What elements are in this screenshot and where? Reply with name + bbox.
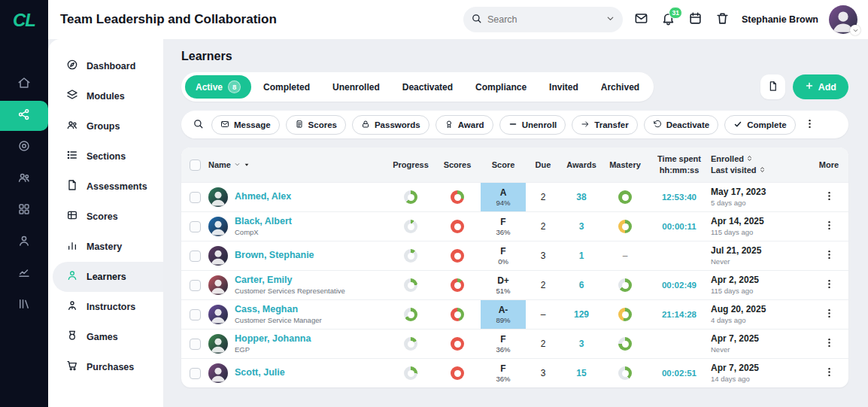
table-row[interactable]: Brown, Stephanie F 0% 3 1 – Jul 21, 2025… bbox=[181, 241, 848, 270]
award-button[interactable]: Award bbox=[436, 115, 493, 135]
row-more-button[interactable] bbox=[821, 366, 836, 381]
row-more-button[interactable] bbox=[821, 278, 836, 293]
learner-name-link[interactable]: Ahmed, Alex bbox=[235, 191, 291, 203]
sidebar-item-modules[interactable]: Modules bbox=[53, 81, 163, 111]
table-search-button[interactable] bbox=[190, 117, 205, 132]
column-header-score[interactable]: Score bbox=[481, 160, 526, 169]
rail-item-2[interactable] bbox=[0, 132, 48, 162]
row-checkbox[interactable] bbox=[190, 221, 201, 232]
table-row[interactable]: Ahmed, Alex A 94% 2 38 12:53:40 May 17, … bbox=[181, 182, 848, 211]
row-checkbox[interactable] bbox=[190, 309, 201, 320]
messages-button[interactable] bbox=[633, 11, 650, 28]
awards-count-link[interactable]: 38 bbox=[560, 192, 602, 202]
column-header-enrolled[interactable]: Enrolled Last visited bbox=[711, 153, 809, 176]
learner-name-link[interactable]: Carter, Emily bbox=[235, 275, 345, 287]
sidebar-item-dashboard[interactable]: Dashboard bbox=[53, 51, 163, 81]
table-row[interactable]: Scott, Julie F 36% 3 15 00:02:51 Apr 7, … bbox=[181, 358, 848, 387]
sidebar-item-mastery[interactable]: Mastery bbox=[53, 232, 163, 262]
time-spent-link[interactable]: 21:14:28 bbox=[648, 310, 711, 319]
tab-completed[interactable]: Completed bbox=[253, 77, 320, 98]
rail-item-3[interactable] bbox=[0, 164, 48, 194]
tab-archived[interactable]: Archived bbox=[590, 77, 650, 98]
tab-active[interactable]: Active 8 bbox=[185, 75, 251, 99]
user-menu-chevron-down-icon[interactable] bbox=[850, 25, 860, 35]
sort-icon[interactable] bbox=[746, 153, 753, 165]
time-spent-link[interactable]: 12:53:40 bbox=[648, 193, 711, 202]
sidebar-item-instructors[interactable]: Instructors bbox=[53, 292, 163, 322]
sidebar-item-scores[interactable]: Scores bbox=[53, 202, 163, 232]
row-more-button[interactable] bbox=[821, 190, 836, 205]
sidebar-item-learners[interactable]: Learners bbox=[53, 262, 163, 292]
search-chevron-down-icon[interactable] bbox=[605, 13, 615, 26]
row-more-button[interactable] bbox=[821, 248, 836, 263]
learner-name-link[interactable]: Brown, Stephanie bbox=[235, 250, 314, 262]
tab-deactivated[interactable]: Deactivated bbox=[392, 77, 463, 98]
trash-button[interactable] bbox=[715, 11, 731, 28]
row-checkbox[interactable] bbox=[190, 368, 201, 379]
awards-count-link[interactable]: 129 bbox=[560, 309, 602, 320]
column-header-name[interactable]: Name bbox=[208, 160, 387, 169]
rail-item-7[interactable] bbox=[0, 290, 48, 320]
awards-count-link[interactable]: 3 bbox=[560, 221, 602, 232]
learner-name-link[interactable]: Black, Albert bbox=[235, 216, 292, 228]
search-box[interactable] bbox=[463, 7, 623, 32]
rail-item-1[interactable] bbox=[0, 101, 48, 131]
tab-invited[interactable]: Invited bbox=[539, 77, 589, 98]
row-more-button[interactable] bbox=[821, 219, 836, 234]
row-checkbox[interactable] bbox=[190, 192, 201, 203]
message-button[interactable]: Message bbox=[211, 115, 280, 135]
table-row[interactable]: Black, Albert CompX F 36% 2 3 00:00:11 A… bbox=[181, 211, 848, 241]
awards-count-link[interactable]: 15 bbox=[560, 368, 602, 378]
column-header-awards[interactable]: Awards bbox=[560, 160, 602, 169]
user-avatar[interactable] bbox=[829, 5, 857, 34]
notifications-button[interactable]: 31 bbox=[660, 11, 677, 28]
search-input[interactable] bbox=[487, 14, 600, 25]
passwords-button[interactable]: Passwords bbox=[352, 115, 429, 135]
row-checkbox[interactable] bbox=[190, 251, 201, 262]
column-header-mastery[interactable]: Mastery bbox=[602, 160, 648, 169]
sort-icon[interactable] bbox=[759, 165, 766, 176]
sidebar-item-assessments[interactable]: Assessments bbox=[53, 172, 163, 202]
select-all-checkbox[interactable] bbox=[190, 159, 201, 171]
column-header-due[interactable]: Due bbox=[526, 160, 560, 169]
time-spent-link[interactable]: 00:02:51 bbox=[648, 369, 711, 378]
tab-unenrolled[interactable]: Unenrolled bbox=[322, 77, 390, 98]
transfer-button[interactable]: Transfer bbox=[572, 115, 637, 135]
sidebar-item-purchases[interactable]: Purchases bbox=[53, 352, 163, 382]
unenroll-button[interactable]: Unenroll bbox=[499, 115, 566, 135]
add-button[interactable]: Add bbox=[793, 74, 848, 99]
rail-item-5[interactable] bbox=[0, 227, 48, 257]
time-spent-link[interactable]: 00:00:11 bbox=[648, 222, 711, 231]
learner-name-link[interactable]: Hopper, Johanna bbox=[235, 333, 311, 345]
deactivate-button[interactable]: Deactivate bbox=[644, 115, 719, 135]
table-row[interactable]: Cass, Meghan Customer Service Manager A-… bbox=[181, 299, 848, 329]
chevron-down-icon[interactable] bbox=[234, 160, 241, 169]
scores-button[interactable]: Scores bbox=[286, 115, 346, 135]
sidebar-item-sections[interactable]: Sections bbox=[53, 141, 163, 172]
column-header-progress[interactable]: Progress bbox=[387, 160, 434, 169]
rail-item-0[interactable] bbox=[0, 69, 48, 99]
tab-compliance[interactable]: Compliance bbox=[465, 77, 537, 98]
sort-triangle-down-icon[interactable] bbox=[244, 160, 250, 169]
awards-count-link[interactable]: 6 bbox=[560, 280, 602, 290]
rail-item-6[interactable] bbox=[0, 259, 48, 289]
learner-name-link[interactable]: Cass, Meghan bbox=[235, 304, 322, 316]
table-row[interactable]: Hopper, Johanna EGP F 36% 2 3 Apr 7, 202… bbox=[181, 329, 848, 358]
toolbar-more-button[interactable] bbox=[803, 118, 817, 132]
table-row[interactable]: Carter, Emily Customer Services Represen… bbox=[181, 270, 848, 299]
awards-count-link[interactable]: 1 bbox=[560, 251, 602, 261]
row-more-button[interactable] bbox=[821, 307, 836, 322]
row-checkbox[interactable] bbox=[190, 280, 201, 291]
calendar-button[interactable] bbox=[687, 11, 704, 28]
row-more-button[interactable] bbox=[821, 336, 836, 351]
row-checkbox[interactable] bbox=[190, 339, 201, 350]
report-button[interactable] bbox=[760, 74, 785, 99]
sidebar-item-games[interactable]: Games bbox=[53, 322, 163, 352]
column-header-scores[interactable]: Scores bbox=[434, 160, 481, 169]
sidebar-item-groups[interactable]: Groups bbox=[53, 111, 163, 141]
column-header-time-spent[interactable]: Time spent hh:mm:ss bbox=[648, 153, 711, 176]
rail-item-4[interactable] bbox=[0, 196, 48, 226]
time-spent-link[interactable]: 00:02:49 bbox=[648, 281, 711, 290]
awards-count-link[interactable]: 3 bbox=[560, 339, 602, 349]
complete-button[interactable]: Complete bbox=[724, 115, 795, 135]
